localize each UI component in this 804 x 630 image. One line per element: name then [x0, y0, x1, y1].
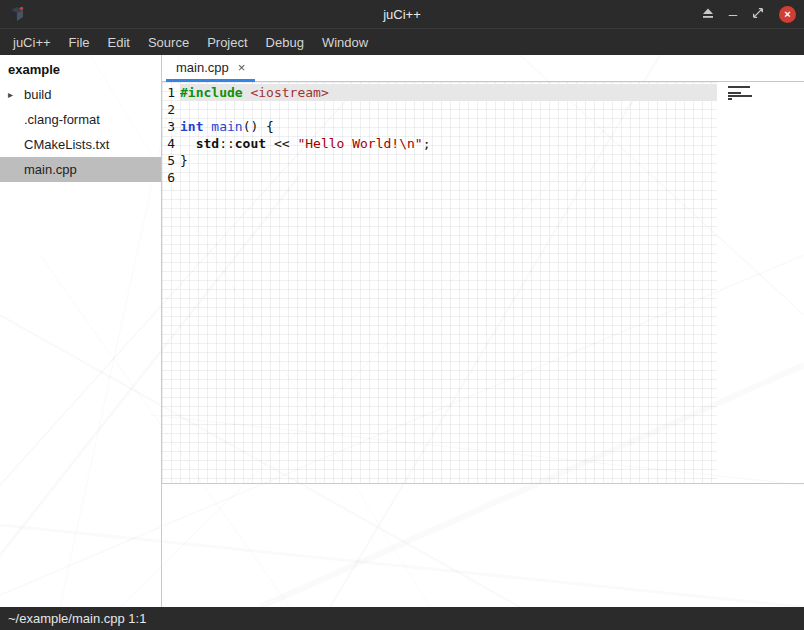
restore-button[interactable]	[752, 5, 764, 23]
line-number: 5	[165, 152, 175, 169]
minimize-button[interactable]: –	[729, 9, 737, 19]
window-controls: – ×	[702, 0, 796, 28]
menu-item-juci[interactable]: juCi++	[4, 29, 60, 55]
menu-item-file[interactable]: File	[60, 29, 99, 55]
file-tree: example ▸build.clang-formatCMakeLists.tx…	[0, 55, 162, 607]
minimap-line-mark	[728, 98, 732, 100]
line-number: 6	[165, 169, 175, 186]
menu-item-window[interactable]: Window	[313, 29, 377, 55]
menu-item-source[interactable]: Source	[139, 29, 198, 55]
line-number: 4	[165, 135, 175, 152]
tab-label: main.cpp	[176, 60, 229, 75]
line-number: 1	[165, 84, 175, 101]
minimap-line-mark	[728, 86, 750, 88]
tree-root-folder[interactable]: example	[0, 55, 161, 82]
window-title: juCi++	[0, 7, 804, 22]
app-window: juCi++ – ×	[0, 0, 804, 630]
code-line-1[interactable]: 1#include <iostream>	[162, 84, 717, 101]
code-text	[180, 101, 717, 118]
minimap-line-mark	[728, 92, 741, 94]
tree-item-build[interactable]: ▸build	[0, 82, 161, 107]
tree-item-label: main.cpp	[24, 162, 77, 177]
eject-icon	[702, 5, 714, 23]
tree-item-cmakelists-txt[interactable]: CMakeLists.txt	[0, 132, 161, 157]
output-pane[interactable]	[162, 484, 804, 607]
app-icon	[8, 5, 26, 23]
menu-item-debug[interactable]: Debug	[257, 29, 313, 55]
menu-item-edit[interactable]: Edit	[99, 29, 139, 55]
code-line-2[interactable]: 2	[162, 101, 717, 118]
code-line-6[interactable]: 6	[162, 169, 717, 186]
tree-item-main-cpp[interactable]: main.cpp	[0, 157, 161, 182]
tree-item-label: CMakeLists.txt	[24, 137, 109, 152]
menubar: juCi++FileEditSourceProjectDebugWindow	[0, 28, 804, 55]
expander-triangle-icon[interactable]: ▸	[8, 89, 13, 100]
restore-icon	[752, 5, 764, 23]
tree-item-label: .clang-format	[24, 112, 100, 127]
line-number: 3	[165, 118, 175, 135]
menu-item-project[interactable]: Project	[198, 29, 256, 55]
tree-items: ▸build.clang-formatCMakeLists.txtmain.cp…	[0, 82, 161, 182]
code-line-4[interactable]: 4 std::cout << "Hello World!\n";	[162, 135, 717, 152]
line-number: 2	[165, 101, 175, 118]
tree-item-label: build	[24, 87, 51, 102]
minimize-icon: –	[729, 9, 737, 19]
code-text	[180, 169, 717, 186]
code-editor[interactable]: 1#include <iostream>23int main() {4 std:…	[162, 82, 804, 483]
code-text: std::cout << "Hello World!\n";	[180, 135, 717, 152]
tab-main-cpp[interactable]: main.cpp ×	[166, 55, 255, 82]
tab-close-icon[interactable]: ×	[238, 61, 246, 74]
code-lines: 1#include <iostream>23int main() {4 std:…	[162, 82, 717, 186]
tree-item-clang-format[interactable]: .clang-format	[0, 107, 161, 132]
code-text: }	[180, 152, 717, 169]
code-text: #include <iostream>	[180, 84, 717, 101]
minimap-line-mark	[728, 95, 752, 97]
minimap	[728, 86, 752, 104]
status-bar: ~/example/main.cpp 1:1	[0, 607, 804, 630]
status-text: ~/example/main.cpp 1:1	[8, 611, 146, 626]
tab-bar: main.cpp ×	[162, 55, 804, 82]
content-area: example ▸build.clang-formatCMakeLists.tx…	[0, 55, 804, 607]
eject-button[interactable]	[702, 5, 714, 23]
editor-column: main.cpp × 1#include <iostream>23int mai…	[162, 55, 804, 607]
close-button[interactable]: ×	[779, 6, 796, 23]
code-line-5[interactable]: 5}	[162, 152, 717, 169]
code-text: int main() {	[180, 118, 717, 135]
code-line-3[interactable]: 3int main() {	[162, 118, 717, 135]
titlebar: juCi++ – ×	[0, 0, 804, 28]
